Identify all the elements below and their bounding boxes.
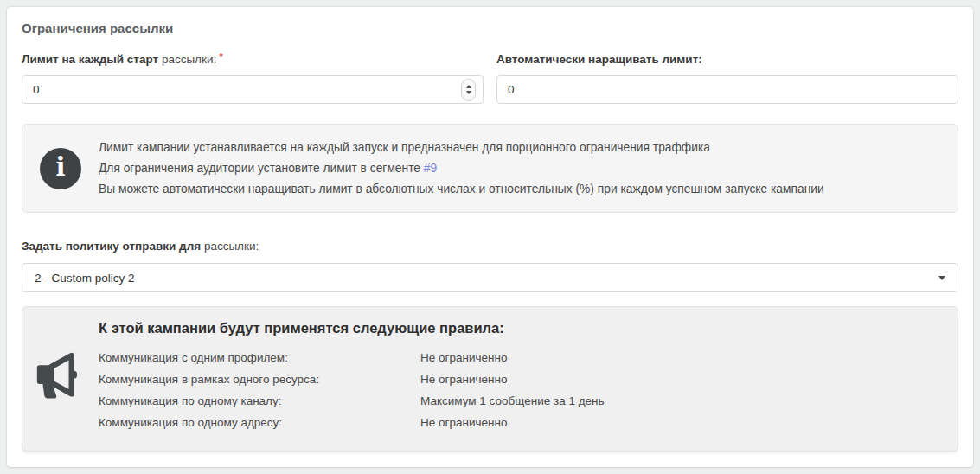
section-title: Ограничения рассылки (22, 21, 958, 35)
auto-increase-label: Автоматически наращивать лимит: (496, 53, 958, 66)
info-icon-col: i (22, 133, 99, 203)
rule-label: Коммуникация по одному каналу: (99, 390, 420, 412)
auto-increase-input-wrap (496, 75, 958, 104)
segment-link[interactable]: #9 (424, 162, 437, 175)
limit-per-start-input[interactable] (22, 75, 484, 104)
auto-increase-input[interactable] (496, 75, 958, 104)
rule-value: Не ограниченно (420, 412, 947, 433)
info-line-3: Вы можете автоматически наращивать лимит… (99, 183, 935, 195)
limit-per-start-label: Лимит на каждый старт рассылки:* (22, 53, 484, 66)
auto-increase-label-bold: Автоматически наращивать лимит: (496, 53, 702, 66)
megaphone-icon-col (22, 318, 99, 433)
send-policy-label: Задать политику отправки для рассылки: (22, 240, 958, 253)
info-icon: i (40, 148, 81, 189)
send-policy-selected-value: 2 - Custom policy 2 (35, 272, 135, 285)
send-policy-label-regular: рассылки: (201, 240, 259, 253)
number-stepper[interactable] (461, 79, 476, 101)
limits-fields-row: Лимит на каждый старт рассылки:* Автомат… (22, 53, 958, 104)
rules-content: К этой кампании будут применятся следующ… (99, 318, 958, 433)
rule-label: Коммуникация по одному адресу: (99, 412, 420, 433)
rule-value: Не ограниченно (420, 347, 947, 368)
required-asterisk: * (219, 51, 223, 63)
rule-label: Коммуникация в рамках одного ресурса: (99, 368, 420, 390)
chevron-down-icon (938, 276, 945, 280)
rule-row-resource: Коммуникация в рамках одного ресурса: Не… (99, 368, 947, 390)
rule-value: Максимум 1 сообщение за 1 день (420, 390, 947, 412)
applied-rules-box: К этой кампании будут применятся следующ… (22, 306, 958, 452)
limit-per-start-field: Лимит на каждый старт рассылки:* (22, 53, 484, 104)
auto-increase-field: Автоматически наращивать лимит: (496, 53, 958, 104)
megaphone-icon (35, 352, 86, 400)
info-line-2: Для ограничения аудитории установите лим… (99, 162, 935, 175)
info-line-2-text: Для ограничения аудитории установите лим… (99, 162, 424, 175)
rule-row-address: Коммуникация по одному адресу: Не ограни… (99, 412, 947, 433)
send-policy-select[interactable]: 2 - Custom policy 2 (22, 263, 958, 292)
limit-info-box: i Лимит кампании устанавливается на кажд… (22, 124, 958, 213)
limit-label-regular: рассылки: (158, 53, 216, 66)
rule-value: Не ограниченно (420, 368, 947, 390)
rule-label: Коммуникация с одним профилем: (99, 347, 420, 368)
info-text-lines: Лимит кампании устанавливается на каждый… (99, 133, 942, 203)
rules-title: К этой кампании будут применятся следующ… (99, 320, 947, 336)
campaign-limits-card: Ограничения рассылки Лимит на каждый ста… (7, 7, 973, 467)
limit-label-bold: Лимит на каждый старт (22, 53, 158, 66)
stepper-up-icon[interactable] (466, 85, 471, 88)
rule-row-channel: Коммуникация по одному каналу: Максимум … (99, 390, 947, 412)
info-line-1: Лимит кампании устанавливается на каждый… (99, 141, 935, 154)
stepper-down-icon[interactable] (466, 91, 471, 94)
send-policy-label-bold: Задать политику отправки для (22, 240, 201, 253)
limit-input-wrap (22, 75, 484, 104)
rule-row-profile: Коммуникация с одним профилем: Не ограни… (99, 347, 947, 368)
